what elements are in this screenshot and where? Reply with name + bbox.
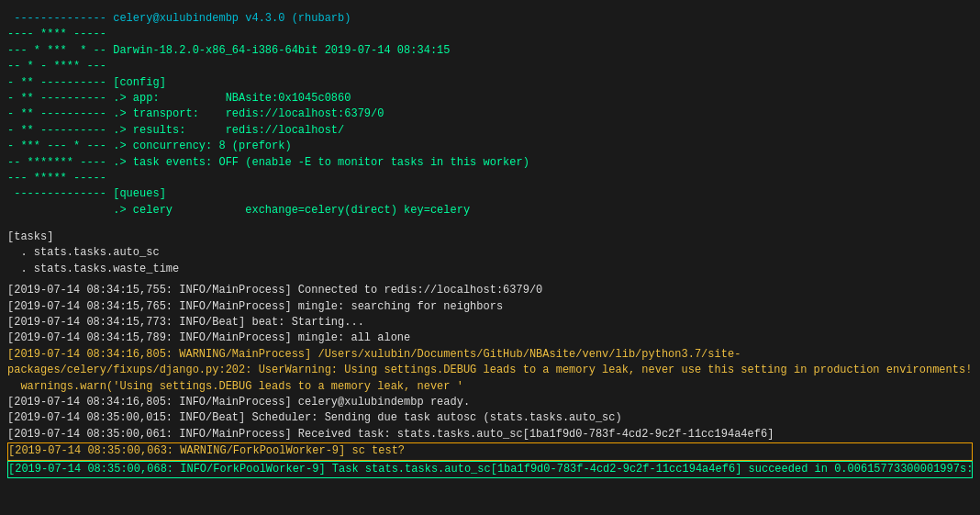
error-boxed-line-29: [2019-07-14 08:35:00,063: WARNING/ForkPo… bbox=[7, 442, 973, 460]
output-line-9: - *** --- * --- .> concurrency: 8 (prefo… bbox=[7, 139, 973, 154]
output-line-1: -------------- celery@xulubindembp v4.3.… bbox=[7, 11, 973, 27]
output-line-18: . stats.tasks.waste_time bbox=[7, 262, 973, 277]
output-line-21: [2019-07-14 08:34:15,765: INFO/MainProce… bbox=[7, 299, 973, 315]
output-line-7: - ** ---------- .> transport: redis://lo… bbox=[7, 106, 973, 122]
output-line-10: -- ******* ---- .> task events: OFF (ena… bbox=[7, 155, 973, 171]
output-line-17: . stats.tasks.auto_sc bbox=[7, 245, 973, 261]
output-line-27: [2019-07-14 08:35:00,015: INFO/Beat] Sch… bbox=[7, 410, 973, 426]
output-line-20: [2019-07-14 08:34:15,755: INFO/MainProce… bbox=[7, 283, 973, 298]
output-line-22: [2019-07-14 08:34:15,773: INFO/Beat] bea… bbox=[7, 315, 973, 330]
output-line-28: [2019-07-14 08:35:00,061: INFO/MainProce… bbox=[7, 427, 973, 442]
output-line-26: [2019-07-14 08:34:16,805: INFO/MainProce… bbox=[7, 395, 973, 410]
success-boxed-line-30: [2019-07-14 08:35:00,068: INFO/ForkPoolW… bbox=[7, 461, 973, 478]
output-line-23: [2019-07-14 08:34:15,789: INFO/MainProce… bbox=[7, 330, 973, 346]
warning-line-24: [2019-07-14 08:34:16,805: WARNING/MainPr… bbox=[7, 347, 973, 379]
output-line-4: -- * - **** --- bbox=[7, 59, 973, 74]
output-line-12: -------------- [queues] bbox=[7, 186, 973, 202]
output-line-5: - ** ---------- [config] bbox=[7, 75, 973, 91]
terminal-window: -------------- celery@xulubindembp v4.3.… bbox=[0, 0, 980, 515]
output-line-3: --- * *** * -- Darwin-18.2.0-x86_64-i386… bbox=[7, 43, 973, 59]
output-line-8: - ** ---------- .> results: redis://loca… bbox=[7, 123, 973, 139]
output-line-2: ---- **** ----- bbox=[7, 27, 973, 42]
output-line-11: --- ***** ----- bbox=[7, 171, 973, 186]
warning-cont-line-25: warnings.warn('Using settings.DEBUG lead… bbox=[7, 379, 973, 395]
output-line-13: .> celery exchange=celery(direct) key=ce… bbox=[7, 203, 973, 218]
output-line-6: - ** ---------- .> app: NBAsite:0x1045c0… bbox=[7, 91, 973, 106]
output-line-16: [tasks] bbox=[7, 230, 973, 245]
